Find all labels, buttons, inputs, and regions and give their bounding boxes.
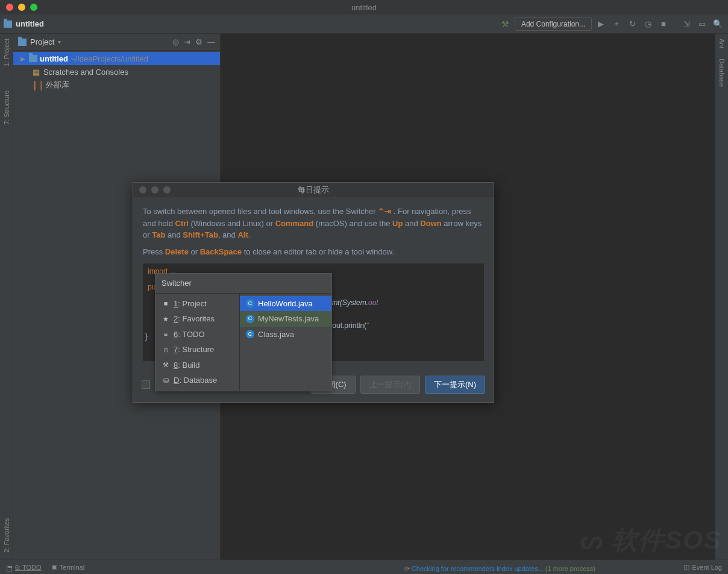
switcher-file-item[interactable]: CClass.java <box>240 327 331 342</box>
settings-icon[interactable]: ⚙ <box>195 37 202 46</box>
expand-arrow-icon[interactable]: ▶ <box>20 55 27 62</box>
switcher-file-item[interactable]: CHelloWorld.java <box>240 296 331 312</box>
switcher-tool-item[interactable]: ⫛7: Structure <box>155 342 239 358</box>
right-tool-strip: Ant Database <box>715 34 728 560</box>
run-icon[interactable]: ▶ <box>594 17 607 31</box>
tip-paragraph-2: Press Delete or BackSpace to close an ed… <box>143 246 484 258</box>
switcher-tool-item[interactable]: ⚒8: Build <box>155 358 239 373</box>
statusbar-eventlog[interactable]: ◫ Event Log <box>683 563 722 571</box>
tip-code-sample: import import ...... pu rint(System.out … <box>143 263 484 361</box>
watermark: ᔕ 软件SOS <box>580 523 722 557</box>
switcher-tool-item[interactable]: ■1: Project <box>155 296 239 312</box>
titlebar: untitled <box>0 0 728 14</box>
project-folder-icon <box>4 20 12 28</box>
dialog-body: To switch between opened files and tool … <box>133 197 494 370</box>
switcher-title: Switcher <box>155 274 331 294</box>
maximize-window-button[interactable] <box>30 4 37 11</box>
switcher-file-item[interactable]: CMyNewTests.java <box>240 311 331 327</box>
sidebar-tab-favorites[interactable]: 2: Favorites <box>3 518 10 552</box>
switcher-files: CHelloWorld.javaCMyNewTests.javaCClass.j… <box>240 294 331 391</box>
close-window-button[interactable] <box>6 4 13 11</box>
statusbar-process[interactable]: ⟳ Checking for recommenders index update… <box>404 565 595 573</box>
tree-external-libraries[interactable]: ║║ 外部库 <box>13 78 220 92</box>
panel-dropdown-icon[interactable]: ▾ <box>58 39 61 45</box>
switcher-tool-item[interactable]: ⛁D: Database <box>155 373 239 388</box>
tree-root[interactable]: ▶ untitled~/IdeaProjects/untitled <box>13 52 220 65</box>
run-coverage-icon[interactable]: ↻ <box>626 17 639 31</box>
switcher-tool-windows: ■1: Project★2: Favorites≡6: TODO⫛7: Stru… <box>155 294 240 391</box>
panel-folder-icon <box>18 39 27 46</box>
statusbar-terminal[interactable]: ▣ Terminal <box>51 563 85 571</box>
tree-ext-libs-label: 外部库 <box>46 80 69 90</box>
sidebar-tab-structure[interactable]: 7: Structure <box>3 90 10 125</box>
switcher-popup: Switcher ■1: Project★2: Favorites≡6: TOD… <box>155 273 332 391</box>
dialog-maximize-button <box>163 186 171 194</box>
tree-root-name: untitled <box>40 54 68 63</box>
dialog-title: 每日提示 <box>298 184 329 195</box>
navigation-bar: untitled ⚒ Add Configuration... ▶ ⌖ ↻ ◷ … <box>0 14 728 34</box>
layout-icon[interactable]: ▭ <box>695 17 709 31</box>
run-config-dropdown[interactable]: Add Configuration... <box>515 17 592 31</box>
breadcrumb[interactable]: untitled <box>16 19 44 28</box>
project-tree[interactable]: ▶ untitled~/IdeaProjects/untitled ▦ Scra… <box>13 51 220 93</box>
left-tool-strip: 1: Project 7: Structure 2: Favorites <box>0 34 13 560</box>
checkbox-icon[interactable] <box>142 380 150 389</box>
tree-scratches[interactable]: ▦ Scratches and Consoles <box>13 65 220 78</box>
tree-root-path: ~/IdeaProjects/untitled <box>71 54 148 63</box>
tree-scratches-label: Scratches and Consoles <box>43 68 128 77</box>
prev-tip-button[interactable]: 上一提示(P) <box>360 376 420 394</box>
profile-icon[interactable]: ◷ <box>641 17 654 31</box>
update-project-icon[interactable]: ⇲ <box>680 17 693 31</box>
dialog-minimize-button <box>151 186 158 194</box>
build-icon[interactable]: ⚒ <box>499 17 512 31</box>
switcher-tool-item[interactable]: ≡6: TODO <box>155 327 239 342</box>
statusbar-window-icon[interactable]: ◻ <box>6 564 13 573</box>
tip-of-day-dialog: 每日提示 To switch between opened files and … <box>133 182 494 403</box>
dialog-close-button[interactable] <box>139 186 146 194</box>
next-tip-button[interactable]: 下一提示(N) <box>425 376 485 394</box>
locate-icon[interactable]: ◎ <box>172 37 179 46</box>
sidebar-tab-ant[interactable]: Ant <box>718 39 726 49</box>
sidebar-tab-database[interactable]: Database <box>718 58 726 87</box>
sidebar-tab-project[interactable]: 1: Project <box>3 39 10 66</box>
search-everywhere-icon[interactable]: 🔍 <box>711 17 724 31</box>
status-bar: ≔ 6: TODO ▣ Terminal ◫ Event Log <box>0 560 728 574</box>
stop-icon[interactable]: ■ <box>657 17 670 31</box>
switcher-tool-item[interactable]: ★2: Favorites <box>155 311 239 327</box>
debug-icon[interactable]: ⌖ <box>610 17 623 31</box>
panel-title-text[interactable]: Project <box>30 37 54 46</box>
window-title: untitled <box>351 3 377 12</box>
tip-paragraph-1: To switch between opened files and tool … <box>143 206 484 241</box>
folder-icon <box>29 55 37 62</box>
hide-icon[interactable]: — <box>207 37 215 46</box>
collapse-all-icon[interactable]: ⇥ <box>184 37 190 46</box>
minimize-window-button[interactable] <box>18 4 25 11</box>
